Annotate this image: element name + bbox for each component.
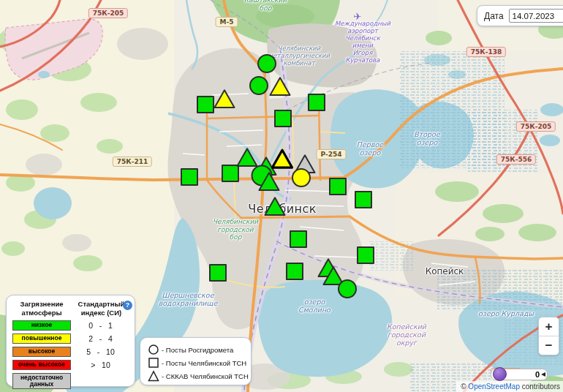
pollution-legend-header: Загрязнение атмосферы Стандартный индекс… [11, 300, 130, 317]
pollution-legend-row: низкое0 - 1 [11, 320, 130, 331]
stations-legend-row: - СККАВ Челябинской ТСН [148, 369, 251, 382]
zoom-control: + − [538, 317, 559, 355]
triangle-legend-icon [148, 370, 162, 382]
pollution-level-chip: повышенное [12, 333, 71, 344]
time-slider[interactable]: 0 [491, 369, 548, 380]
si-range: > 10 [71, 361, 130, 369]
square-legend-icon [148, 357, 162, 369]
si-range: 0 - 1 [71, 321, 130, 330]
attribution: © OpenStreetMap contributors [456, 381, 563, 392]
pollution-legend-row: повышенное2 - 4 [11, 333, 130, 344]
info-icon[interactable]: ? [123, 301, 132, 310]
pollution-level-chip: высокое [12, 347, 71, 357]
attribution-suffix: contributors [520, 382, 560, 391]
pollution-legend-row: недостаточно данных [11, 373, 130, 390]
pollution-legend: Загрязнение атмосферы Стандартный индекс… [6, 295, 135, 387]
pollution-level-chip: низкое [12, 320, 71, 331]
slider-cursor-icon [541, 372, 545, 377]
pollution-level-chip: очень высокое [12, 360, 71, 370]
index-column-title: Стандартный индекс (СИ) ? [72, 300, 130, 317]
zoom-out-button[interactable]: − [539, 336, 559, 355]
attribution-prefix: © [461, 382, 468, 391]
date-label: Дата [484, 11, 504, 21]
stations-legend-label: - Посты Росгидромета [162, 346, 233, 354]
stations-legend: - Посты Росгидромета- Посты Челябинской … [140, 337, 252, 385]
stations-legend-label: - СККАВ Челябинской ТСН [162, 372, 249, 380]
si-range: 5 - 10 [71, 347, 130, 356]
date-input[interactable] [509, 9, 563, 23]
date-panel: Дата [477, 5, 563, 26]
stations-legend-row: - Посты Росгидромета [148, 343, 251, 356]
air-quality-map-app: ЧелябинскКопейскЧелябинскийметаллургичес… [0, 0, 563, 392]
stations-legend-label: - Посты Челябинской ТСН [162, 359, 246, 367]
slider-handle[interactable] [493, 367, 507, 381]
circle-legend-icon [148, 344, 162, 355]
osm-link[interactable]: OpenStreetMap [468, 382, 520, 391]
pollution-level-chip: недостаточно данных [12, 373, 71, 390]
si-range: 2 - 4 [71, 334, 130, 343]
slider-value: 0 [535, 370, 540, 379]
pollution-legend-rows: низкое0 - 1повышенное2 - 4высокое5 - 10о… [11, 320, 130, 390]
pollution-legend-row: высокое5 - 10 [11, 347, 130, 357]
stations-legend-row: - Посты Челябинской ТСН [148, 356, 251, 369]
pollution-column-title: Загрязнение атмосферы [11, 300, 72, 317]
zoom-in-button[interactable]: + [539, 317, 559, 336]
pollution-legend-row: очень высокое> 10 [11, 360, 130, 370]
